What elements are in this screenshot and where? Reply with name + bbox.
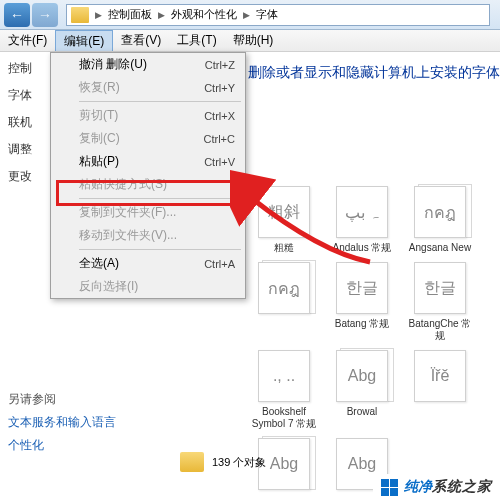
statusbar: 139 个对象 [180, 452, 266, 472]
menu-view[interactable]: 查看(V) [113, 30, 169, 51]
seealso-link[interactable]: 文本服务和输入语言 [8, 414, 116, 431]
breadcrumb-l3[interactable]: 字体 [252, 7, 282, 22]
menu-file[interactable]: 文件(F) [0, 30, 55, 51]
font-item[interactable]: ہ بپAndalus 常规 [326, 186, 398, 254]
sidebar-item[interactable]: 调整 [8, 141, 48, 158]
watermark: 纯净系统之家 [373, 474, 500, 500]
titlebar: ← → ▶ 控制面板 ▶ 外观和个性化 ▶ 字体 [0, 0, 500, 30]
address-bar[interactable]: ▶ 控制面板 ▶ 外观和个性化 ▶ 字体 [66, 4, 490, 26]
seealso-link[interactable]: 个性化 [8, 437, 116, 454]
chevron-right-icon: ▶ [156, 10, 167, 20]
separator [79, 249, 241, 250]
forward-button[interactable]: → [32, 3, 58, 27]
menu-cut: 剪切(T)Ctrl+X [51, 104, 245, 127]
separator [79, 101, 241, 102]
sidebar-seealso: 另请参阅 文本服务和输入语言 个性化 [8, 391, 116, 460]
menu-invert: 反向选择(I) [51, 275, 245, 298]
font-item[interactable]: 한글Batang 常规 [326, 262, 398, 342]
font-grid: 粗斜粗糙 ہ بپAndalus 常规 กคฎAngsana New กคฎ 한… [248, 96, 500, 494]
sidebar-item[interactable]: 联机 [8, 114, 48, 131]
menu-help[interactable]: 帮助(H) [225, 30, 282, 51]
page-title: 删除或者显示和隐藏计算机上安装的字体 [248, 64, 500, 82]
arrow-left-icon: ← [10, 7, 24, 23]
seealso-heading: 另请参阅 [8, 391, 116, 408]
menu-paste-shortcut: 粘贴快捷方式(S) [51, 173, 245, 196]
arrow-right-icon: → [38, 7, 52, 23]
menu-copyto: 复制到文件夹(F)... [51, 201, 245, 224]
separator [79, 198, 241, 199]
menu-copy: 复制(C)Ctrl+C [51, 127, 245, 150]
font-item[interactable]: 粗斜粗糙 [248, 186, 320, 254]
content-area: 控制 字体 联机 调整 更改 撤消 删除(U)Ctrl+Z 恢复(R)Ctrl+… [0, 52, 500, 500]
font-item[interactable]: กคฎAngsana New [404, 186, 476, 254]
sidebar-item[interactable]: 字体 [8, 87, 48, 104]
menubar: 文件(F) 编辑(E) 查看(V) 工具(T) 帮助(H) [0, 30, 500, 52]
menu-paste[interactable]: 粘贴(P)Ctrl+V [51, 150, 245, 173]
back-button[interactable]: ← [4, 3, 30, 27]
status-text: 139 个对象 [212, 455, 266, 470]
menu-moveto: 移动到文件夹(V)... [51, 224, 245, 247]
breadcrumb-l2[interactable]: 外观和个性化 [167, 7, 241, 22]
menu-edit[interactable]: 编辑(E) [55, 30, 113, 51]
font-item[interactable]: AbgBrowal [326, 350, 398, 430]
font-item[interactable]: 한글BatangChe 常规 [404, 262, 476, 342]
sidebar-item[interactable]: 控制 [8, 60, 48, 77]
sidebar-item[interactable]: 更改 [8, 168, 48, 185]
font-item[interactable]: Ïřĕ [404, 350, 476, 430]
font-item[interactable]: กคฎ [248, 262, 320, 342]
menu-tools[interactable]: 工具(T) [169, 30, 224, 51]
menu-redo: 恢复(R)Ctrl+Y [51, 76, 245, 99]
breadcrumb-l1[interactable]: 控制面板 [104, 7, 156, 22]
logo-icon [381, 479, 398, 496]
edit-dropdown: 撤消 删除(U)Ctrl+Z 恢复(R)Ctrl+Y 剪切(T)Ctrl+X 复… [50, 52, 246, 299]
font-item[interactable]: ., ..Bookshelf Symbol 7 常规 [248, 350, 320, 430]
chevron-right-icon: ▶ [93, 10, 104, 20]
menu-undo[interactable]: 撤消 删除(U)Ctrl+Z [51, 53, 245, 76]
menu-selectall[interactable]: 全选(A)Ctrl+A [51, 252, 245, 275]
folder-icon [180, 452, 204, 472]
folder-icon [71, 7, 89, 23]
chevron-right-icon: ▶ [241, 10, 252, 20]
